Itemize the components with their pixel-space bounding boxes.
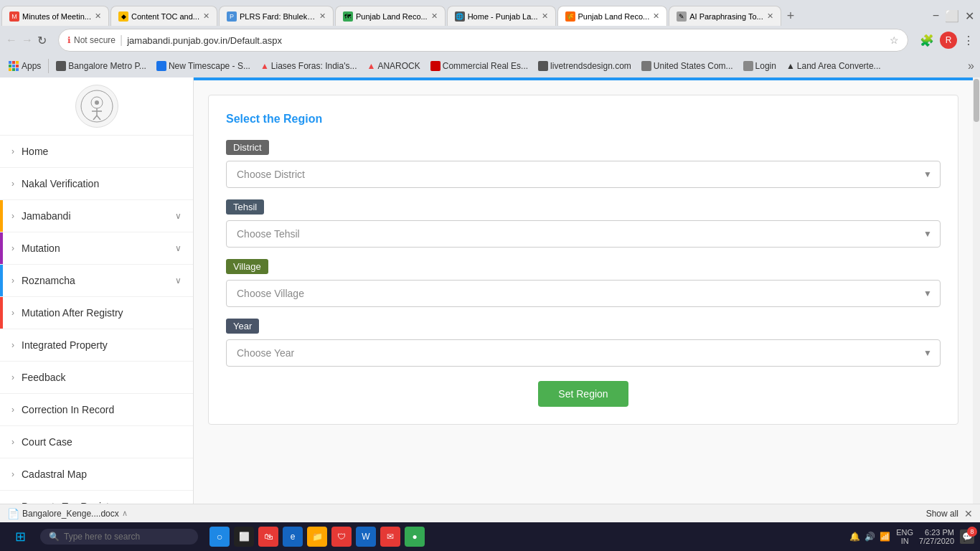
new-tab-button[interactable]: + [781, 9, 801, 24]
sidebar-item-court-case[interactable]: › Court Case [0, 426, 193, 458]
district-field-group: District Choose District ▼ [226, 140, 941, 188]
sidebar-item-cadastral[interactable]: › Cadastral Map [0, 458, 193, 491]
taskbar-search-input[interactable] [64, 532, 186, 542]
taskbar-app-store[interactable]: 🛍 [258, 527, 278, 547]
tab-punjab-land-2[interactable]: 🌾 Punjab Land Reco... ✕ [557, 6, 668, 26]
tab-punjab-close[interactable]: ✕ [431, 11, 438, 21]
bookmark-land-area[interactable]: ▲ Land Area Converte... [783, 60, 884, 72]
taskbar-app-mcafee[interactable]: 🛡 [331, 527, 352, 547]
address-bar[interactable]: ℹ Not secure | jamabandi.punjab.gov.in/D… [58, 29, 908, 52]
bookmark-star-icon[interactable]: ☆ [890, 34, 899, 46]
sub-arrow-jamabandi-icon: ∨ [175, 211, 182, 221]
tab-gmail[interactable]: M Minutes of Meetin... ✕ [1, 6, 109, 26]
taskbar-app-chrome[interactable]: ● [405, 527, 425, 547]
year-select[interactable]: Choose Year [226, 339, 941, 367]
download-filename: Bangalore_Kenge....docx [22, 509, 119, 519]
district-dropdown-wrapper: Choose District ▼ [226, 161, 941, 188]
restore-button[interactable]: ⬜ [945, 9, 959, 23]
bookmark-anarock[interactable]: ▲ ANAROCK [364, 60, 423, 72]
bookmark-livetrends[interactable]: livetrendsdesign.com [535, 60, 634, 72]
district-select[interactable]: Choose District [226, 161, 941, 188]
tab-content-toc[interactable]: ◆ Content TOC and... ✕ [110, 6, 217, 26]
tehsil-label-badge: Tehsil [226, 199, 264, 215]
sidebar-item-mutation-after[interactable]: › Mutation After Registry [0, 297, 193, 329]
download-caret-icon[interactable]: ∧ [122, 509, 128, 518]
tab-content-toc-close[interactable]: ✕ [203, 11, 209, 21]
taskbar-app-word[interactable]: W [356, 527, 376, 547]
country-label: IN [896, 537, 913, 545]
bookmark-apps[interactable]: Apps [6, 60, 44, 72]
tab-punjab-land-2-close[interactable]: ✕ [653, 11, 659, 21]
home-punjab-favicon: 🌐 [455, 11, 465, 22]
tehsil-field-group: Tehsil Choose Tehsil ▼ [226, 199, 941, 248]
profile-icon[interactable]: R [940, 32, 957, 49]
taskbar: ⊞ 🔍 ○ ⬜ 🛍 e 📁 🛡 W ✉ ● [0, 522, 980, 551]
taskbar-right: 🔔 🔊 📶 ENG IN 6:23 PM 7/27/2020 💬 8 [849, 528, 974, 545]
url-display: jamabandi.punjab.gov.in/Default.aspx [127, 35, 890, 46]
system-tray: 🔔 🔊 📶 [849, 532, 890, 542]
tab-gmail-close[interactable]: ✕ [95, 11, 101, 21]
bookmark-commercial-re[interactable]: Commercial Real Es... [428, 60, 531, 72]
sidebar-item-integrated[interactable]: › Integrated Property [0, 329, 193, 362]
network-icon[interactable]: 🔔 [849, 532, 860, 542]
notification-center[interactable]: 💬 8 [960, 529, 974, 544]
chevron-court-icon: › [11, 437, 14, 447]
reload-button[interactable]: ↻ [37, 34, 47, 47]
bookmark-liases-label: Liases Foras: India's... [271, 61, 357, 71]
set-region-button[interactable]: Set Region [538, 381, 628, 407]
taskbar-app-files[interactable]: 📁 [307, 527, 327, 547]
toolbar-separator [48, 59, 49, 73]
year-dropdown-wrapper: Choose Year ▼ [226, 339, 941, 367]
village-field-group: Village Choose Village ▼ [226, 259, 941, 307]
extensions-icon[interactable]: 🧩 [920, 34, 934, 47]
more-bookmarks-icon[interactable]: » [968, 60, 974, 72]
sidebar-item-mutation[interactable]: › Mutation ∨ [0, 232, 193, 265]
taskbar-app-cortana[interactable]: ○ [209, 527, 230, 547]
bookmark-liases-foras[interactable]: ▲ Liases Foras: India's... [258, 60, 360, 72]
forward-button[interactable]: → [22, 34, 33, 47]
sidebar: › Home › Nakal Verification › Jamabandi … [0, 77, 194, 532]
taskbar-search-box[interactable]: 🔍 [40, 529, 198, 545]
taskbar-app-task-view[interactable]: ⬜ [234, 527, 254, 547]
sidebar-item-feedback[interactable]: › Feedback [0, 362, 193, 394]
show-all-button[interactable]: Show all [926, 509, 958, 519]
tab-home-punjab-close[interactable]: ✕ [542, 11, 548, 21]
minimize-button[interactable]: − [933, 9, 939, 23]
tab-plrs-label: PLRS Fard: Bhulekh... [240, 12, 316, 21]
volume-icon[interactable]: 🔊 [864, 532, 875, 542]
back-button[interactable]: ← [6, 34, 17, 47]
bookmark-bangalore-metro[interactable]: Bangalore Metro P... [53, 60, 149, 72]
mutation-after-color-bar [0, 297, 3, 329]
bookmark-timescape[interactable]: New Timescape - S... [154, 60, 253, 72]
time-date-display[interactable]: 6:23 PM 7/27/2020 [919, 528, 954, 545]
sidebar-item-home[interactable]: › Home [0, 136, 193, 168]
sidebar-item-roznamcha[interactable]: › Roznamcha ∨ [0, 265, 193, 297]
bookmark-login[interactable]: Login [740, 60, 779, 72]
sidebar-item-jamabandi[interactable]: › Jamabandi ∨ [0, 200, 193, 232]
tab-home-punjab-label: Home - Punjab La... [468, 12, 538, 21]
village-select[interactable]: Choose Village [226, 280, 941, 307]
bookmark-united-states[interactable]: United States Com... [639, 60, 736, 72]
downloads-close-icon[interactable]: ✕ [964, 508, 973, 519]
tab-ai-paraphrase-close[interactable]: ✕ [767, 11, 773, 21]
right-scrollbar[interactable] [973, 77, 980, 532]
tab-plrs-fard[interactable]: P PLRS Fard: Bhulekh... ✕ [219, 6, 334, 26]
wifi-icon[interactable]: 📶 [880, 532, 890, 542]
sidebar-item-nakal[interactable]: › Nakal Verification [0, 168, 193, 200]
start-button[interactable]: ⊞ [6, 526, 34, 547]
tab-home-punjab[interactable]: 🌐 Home - Punjab La... ✕ [447, 6, 556, 26]
close-button[interactable]: ✕ [965, 9, 974, 23]
sidebar-item-correction[interactable]: › Correction In Record [0, 394, 193, 426]
tab-plrs-close[interactable]: ✕ [319, 11, 326, 21]
tehsil-select[interactable]: Choose Tehsil [226, 220, 941, 248]
bangalore-metro-icon [56, 61, 66, 71]
taskbar-app-ie[interactable]: e [283, 527, 303, 547]
files-icon: 📁 [312, 532, 323, 542]
sidebar-logo [0, 77, 193, 136]
tab-ai-paraphrase[interactable]: ✎ AI Paraphrasing To... ✕ [669, 6, 781, 26]
taskbar-app-mail[interactable]: ✉ [380, 527, 400, 547]
menu-icon[interactable]: ⋮ [963, 34, 974, 47]
punjab-land-2-favicon: 🌾 [565, 11, 575, 22]
tab-punjab-land[interactable]: 🗺 Punjab Land Reco... ✕ [335, 6, 446, 26]
district-label-badge: District [226, 140, 269, 155]
